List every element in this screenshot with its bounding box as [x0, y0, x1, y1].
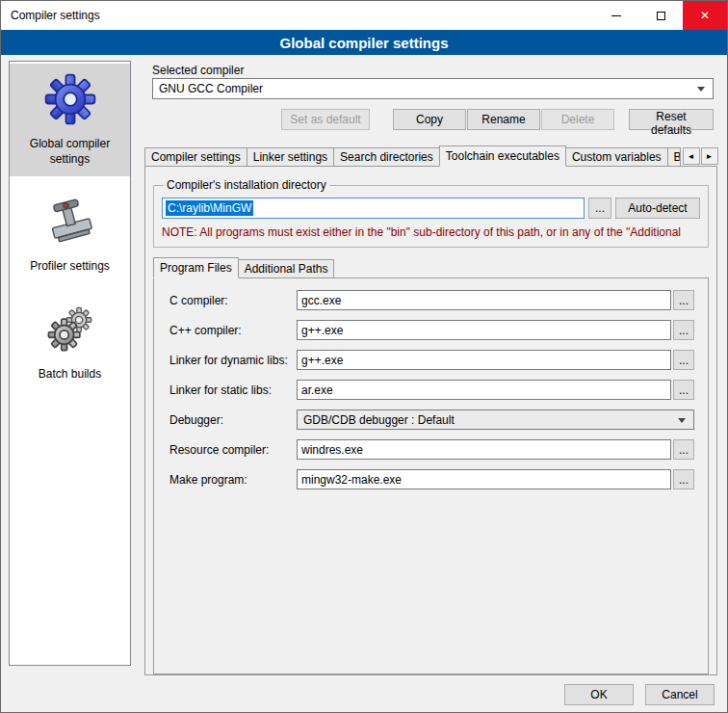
auto-detect-button[interactable]: Auto-detect — [615, 198, 700, 219]
settings-category-list: Global compiler settings Profiler settin… — [9, 61, 131, 666]
cpp-compiler-browse-button[interactable]: ... — [673, 320, 694, 340]
tab-scroll-controls: ◄ ► — [682, 147, 718, 165]
tab-linker-settings[interactable]: Linker settings — [247, 147, 334, 167]
reset-defaults-button[interactable]: Reset defaults — [629, 109, 714, 130]
tab-toolchain-executables[interactable]: Toolchain executables — [439, 145, 566, 167]
installation-directory-legend: Compiler's installation directory — [164, 178, 329, 192]
browse-directory-button[interactable]: ... — [588, 198, 611, 219]
gears-icon — [42, 302, 98, 357]
linker-dynamic-input[interactable] — [297, 350, 671, 370]
make-program-row: Make program: ... — [169, 469, 694, 489]
tab-custom-variables[interactable]: Custom variables — [565, 147, 668, 167]
cancel-button[interactable]: Cancel — [645, 684, 715, 705]
maximize-icon — [657, 12, 665, 20]
program-files-tabstrip: Program Files Additional Paths — [153, 257, 709, 278]
selected-compiler-dropdown[interactable]: GNU GCC Compiler — [152, 78, 714, 99]
linker-static-input[interactable] — [297, 380, 671, 400]
main-panel: Selected compiler GNU GCC Compiler Set a… — [141, 61, 721, 677]
installation-directory-input[interactable]: C:\raylib\MinGW — [162, 198, 585, 219]
selected-compiler-label: Selected compiler — [152, 64, 244, 77]
ok-button[interactable]: OK — [564, 684, 634, 705]
make-program-label: Make program: — [169, 473, 297, 487]
window-title: Compiler settings — [1, 9, 100, 22]
installation-directory-row: C:\raylib\MinGW ... Auto-detect — [162, 198, 700, 219]
resource-compiler-label: Resource compiler: — [169, 443, 297, 457]
debugger-value: GDB/CDB debugger : Default — [303, 413, 455, 427]
installation-directory-group: Compiler's installation directory C:\ray… — [153, 178, 709, 248]
compiler-actions: Set as default Copy Rename Delete Reset … — [152, 109, 714, 130]
settings-tabstrip: Compiler settings Linker settings Search… — [144, 145, 717, 167]
close-button[interactable]: ✕ — [683, 1, 727, 30]
minimize-icon — [611, 15, 621, 16]
cpp-compiler-row: C++ compiler: ... — [169, 320, 694, 340]
cpp-compiler-label: C++ compiler: — [169, 324, 297, 337]
tab-compiler-settings[interactable]: Compiler settings — [144, 147, 247, 167]
make-program-browse-button[interactable]: ... — [673, 469, 694, 489]
c-compiler-input[interactable] — [297, 290, 671, 310]
chevron-down-icon — [678, 418, 686, 423]
maximize-button[interactable] — [638, 1, 683, 30]
minimize-button[interactable] — [594, 1, 638, 30]
make-program-input[interactable] — [297, 469, 671, 489]
window-controls: ✕ — [594, 1, 727, 30]
linker-static-browse-button[interactable]: ... — [673, 380, 694, 400]
dialog-header: Global compiler settings — [1, 30, 727, 55]
linker-dynamic-label: Linker for dynamic libs: — [169, 354, 297, 367]
debugger-dropdown[interactable]: GDB/CDB debugger : Default — [297, 409, 694, 430]
tab-program-files[interactable]: Program Files — [153, 257, 239, 278]
tab-additional-paths[interactable]: Additional Paths — [238, 259, 335, 278]
cpp-compiler-input[interactable] — [297, 320, 671, 340]
titlebar: Compiler settings ✕ — [1, 1, 727, 30]
close-icon: ✕ — [700, 9, 710, 22]
sidebar-item-label: Batch builds — [39, 366, 101, 382]
arrow-right-icon: ► — [706, 152, 714, 161]
selected-text: C:\raylib\MinGW — [166, 200, 253, 216]
program-files-panel: C compiler: ... C++ compiler: ... Linker… — [153, 277, 709, 674]
resource-compiler-input[interactable] — [297, 439, 671, 460]
tab-scroll-right-button[interactable]: ► — [701, 147, 718, 165]
sidebar-item-label: Profiler settings — [30, 258, 110, 274]
debugger-label: Debugger: — [169, 413, 297, 427]
c-compiler-row: C compiler: ... — [169, 290, 694, 310]
rename-button[interactable]: Rename — [467, 109, 540, 130]
selected-compiler-value: GNU GCC Compiler — [159, 82, 263, 95]
c-compiler-browse-button[interactable]: ... — [673, 290, 694, 310]
debugger-row: Debugger: GDB/CDB debugger : Default — [169, 409, 694, 430]
c-compiler-label: C compiler: — [169, 294, 297, 307]
tab-scroll-left-button[interactable]: ◄ — [683, 147, 700, 165]
tab-search-directories[interactable]: Search directories — [333, 147, 440, 167]
sidebar-item-profiler-settings[interactable]: Profiler settings — [10, 186, 130, 283]
tab-build-options-clipped[interactable]: Buil — [667, 147, 681, 167]
copy-button[interactable]: Copy — [393, 109, 466, 130]
profiler-tool-icon — [42, 194, 98, 250]
bin-subdirectory-note: NOTE: All programs must exist either in … — [162, 225, 700, 239]
set-as-default-button[interactable]: Set as default — [281, 109, 370, 130]
arrow-left-icon: ◄ — [688, 152, 695, 161]
linker-dynamic-browse-button[interactable]: ... — [673, 350, 694, 370]
linker-dynamic-row: Linker for dynamic libs: ... — [169, 350, 694, 370]
sidebar-item-global-compiler-settings[interactable]: Global compiler settings — [10, 64, 130, 176]
resource-compiler-browse-button[interactable]: ... — [673, 439, 694, 460]
toolchain-executables-panel: Compiler's installation directory C:\ray… — [144, 166, 717, 675]
gear-icon — [42, 71, 98, 127]
linker-static-label: Linker for static libs: — [169, 383, 297, 397]
delete-button[interactable]: Delete — [541, 109, 614, 130]
linker-static-row: Linker for static libs: ... — [169, 380, 694, 400]
sidebar-item-label: Global compiler settings — [13, 136, 126, 167]
sidebar-item-batch-builds[interactable]: Batch builds — [10, 294, 130, 391]
chevron-down-icon — [697, 87, 705, 92]
resource-compiler-row: Resource compiler: ... — [169, 439, 694, 460]
compiler-settings-window: Compiler settings ✕ Global compiler sett… — [0, 0, 728, 713]
